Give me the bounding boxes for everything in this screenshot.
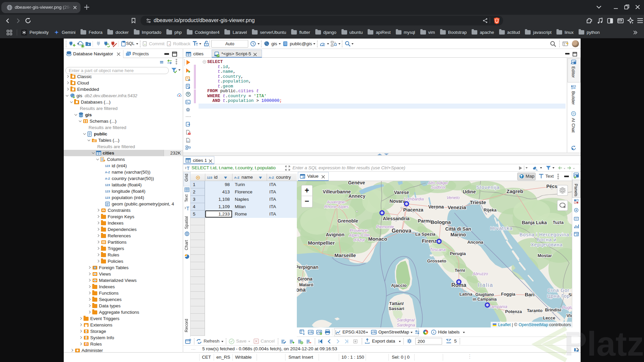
svg-text:Foggia: Foggia xyxy=(501,292,516,297)
svg-text:(x): (x) xyxy=(187,140,189,142)
svg-text:Grenoble: Grenoble xyxy=(337,218,358,224)
svg-text:Campania: Campania xyxy=(488,304,507,309)
svg-text:Genève: Genève xyxy=(348,181,365,185)
svg-text:Bosna i Hercegovina /: Bosna i Hercegovina / xyxy=(520,232,572,237)
svg-text:Slovenija: Slovenija xyxy=(476,184,500,190)
svg-text:Sardigna/: Sardigna/ xyxy=(397,318,415,322)
svg-text:Novara: Novara xyxy=(389,198,406,204)
svg-text:Leaflet: Leaflet xyxy=(498,322,511,327)
svg-text:Rijeka: Rijeka xyxy=(484,207,497,213)
svg-text:Piemonte: Piemonte xyxy=(376,225,394,229)
svg-text:Alpes-Côte: Alpes-Côte xyxy=(348,233,370,238)
svg-text:Sassari: Sassari xyxy=(389,306,404,311)
svg-text:Annecy: Annecy xyxy=(348,193,366,199)
svg-text:Provence-: Provence- xyxy=(350,228,369,233)
svg-text:Mataró: Mataró xyxy=(299,282,314,287)
svg-text:Crna Gor: Crna Gor xyxy=(547,288,570,293)
svg-text:Sardegna: Sardegna xyxy=(397,323,415,327)
svg-text:Marseille: Marseille xyxy=(334,252,356,258)
svg-text:Perugia: Perugia xyxy=(450,251,466,256)
svg-text:Lecce: Lecce xyxy=(543,315,555,320)
svg-text:Црна Гор: Црна Гор xyxy=(547,293,570,299)
svg-text:Monaco: Monaco xyxy=(368,236,387,242)
svg-text:Giugliano: Giugliano xyxy=(475,292,494,297)
svg-text:Босна и: Босна и xyxy=(537,237,556,242)
svg-text:Rhône-Alpes: Rhône-Alpes xyxy=(324,204,348,209)
svg-text:Udine: Udine xyxy=(463,189,476,194)
svg-text:La Spezia: La Spezia xyxy=(415,232,436,237)
svg-text:Ancona: Ancona xyxy=(467,240,483,245)
svg-text:Parma: Parma xyxy=(418,218,432,224)
svg-text:Mostar: Mostar xyxy=(538,253,552,258)
svg-text:Tàttari/: Tàttari/ xyxy=(389,301,404,306)
svg-text:Varese: Varese xyxy=(394,190,409,195)
svg-text:Marino: Marino xyxy=(450,232,466,237)
svg-text:Genova: Genova xyxy=(392,228,412,234)
svg-text:Taranto: Taranto xyxy=(527,308,543,313)
svg-text:Abruzzo: Abruzzo xyxy=(472,272,488,276)
svg-text:Херцеговина: Херцеговина xyxy=(531,242,563,247)
svg-text:| ©: | © xyxy=(512,322,518,327)
svg-text:Puglia: Puglia xyxy=(562,305,572,310)
svg-text:Veneto: Veneto xyxy=(446,195,460,200)
svg-text:Brindisi: Brindisi xyxy=(545,307,561,312)
svg-text:Platzi: Platzi xyxy=(564,325,644,362)
svg-text:Italia: Italia xyxy=(478,282,493,288)
svg-text:Pécs: Pécs xyxy=(546,184,557,189)
svg-text:Bologna: Bologna xyxy=(431,219,451,225)
svg-text:Südtirol: Südtirol xyxy=(431,185,446,190)
svg-text:ona: ona xyxy=(297,287,306,293)
svg-text:Verona: Verona xyxy=(428,204,444,209)
svg-text:Perpignan: Perpignan xyxy=(297,264,318,270)
svg-text:Hrvatska: Hrvatska xyxy=(490,225,513,231)
svg-text:Banja Luka: Banja Luka xyxy=(522,220,547,225)
svg-text:d'Azur: d'Azur xyxy=(353,238,365,242)
svg-text:Zagreb: Zagreb xyxy=(506,188,523,194)
svg-text:Venezia: Venezia xyxy=(447,204,466,210)
svg-text:Piacenza: Piacenza xyxy=(403,207,423,213)
svg-text:Città di San: Città di San xyxy=(445,226,471,232)
svg-text:in Campania: in Campania xyxy=(473,297,497,302)
svg-text:Bari: Bari xyxy=(525,292,534,297)
svg-text:Auvergne-: Auvergne- xyxy=(326,200,346,204)
svg-text:Alessandria: Alessandria xyxy=(383,216,410,221)
svg-text:Vlo: Vlo xyxy=(567,313,572,318)
svg-text:Potenza: Potenza xyxy=(505,309,522,314)
svg-text:Grosseto: Grosseto xyxy=(427,258,446,263)
svg-text:Terni: Terni xyxy=(455,268,465,273)
svg-text:Lombardia: Lombardia xyxy=(404,197,424,201)
svg-text:Tuzla: Tuzla xyxy=(553,220,564,225)
svg-text:Toscana: Toscana xyxy=(430,247,446,252)
svg-text:Villeurbanne: Villeurbanne xyxy=(323,189,351,194)
svg-text:Montpellier: Montpellier xyxy=(308,240,335,246)
svg-text:Ajaccio: Ajaccio xyxy=(391,283,407,288)
svg-text:Latina: Latina xyxy=(460,292,473,297)
svg-text:Trieste: Trieste xyxy=(470,199,486,205)
svg-text:Girona: Girona xyxy=(297,276,312,282)
svg-text:Avignon: Avignon xyxy=(326,232,344,237)
